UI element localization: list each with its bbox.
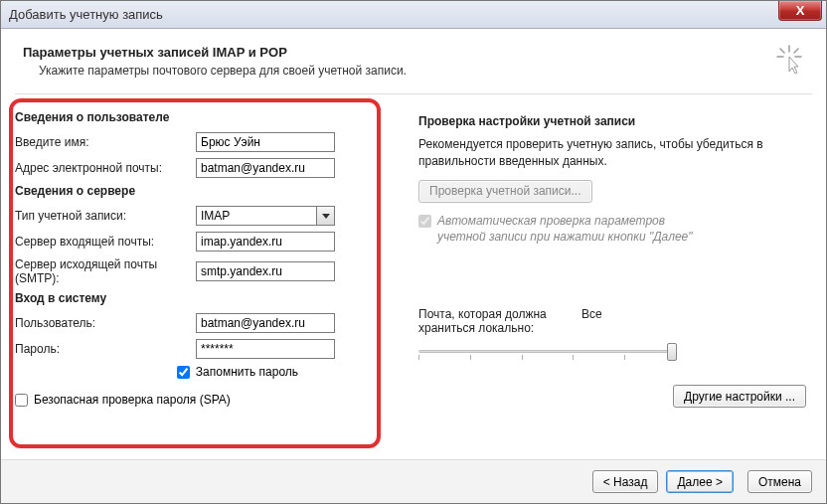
incoming-server-label: Сервер входящей почты: (15, 235, 196, 249)
slider-thumb[interactable] (667, 343, 677, 361)
outgoing-server-input[interactable] (196, 261, 335, 281)
header-title: Параметры учетных записей IMAP и POP (23, 45, 407, 60)
cancel-button[interactable]: Отмена (747, 470, 812, 493)
back-button[interactable]: < Назад (592, 470, 659, 493)
right-pane: Проверка настройки учетной записи Рекоме… (401, 104, 812, 461)
name-label: Введите имя: (15, 135, 196, 149)
account-type-value: IMAP (201, 209, 230, 223)
svg-line-3 (780, 49, 784, 53)
account-type-select[interactable]: IMAP (196, 206, 335, 226)
email-label: Адрес электронной почты: (15, 161, 196, 175)
close-icon: X (796, 3, 805, 18)
svg-line-4 (794, 49, 798, 53)
other-settings-button[interactable]: Другие настройки ... (673, 385, 806, 408)
spa-checkbox[interactable] (15, 394, 28, 407)
auto-test-label: Автоматическая проверка параметров учетн… (437, 213, 696, 247)
username-input[interactable] (196, 313, 335, 333)
dialog-footer: < Назад Далее > Отмена (1, 459, 826, 503)
header-subtitle: Укажите параметры почтового сервера для … (39, 64, 407, 78)
login-heading: Вход в систему (15, 291, 381, 305)
remember-password-label: Запомнить пароль (196, 365, 298, 379)
email-input[interactable] (196, 158, 335, 178)
password-label: Пароль: (15, 342, 196, 356)
name-input[interactable] (196, 132, 335, 152)
next-button[interactable]: Далее > (666, 470, 734, 493)
window-title: Добавить учетную запись (9, 7, 163, 22)
account-type-label: Тип учетной записи: (15, 209, 196, 223)
titlebar: Добавить учетную запись X (1, 1, 826, 29)
username-label: Пользователь: (15, 316, 196, 330)
auto-test-checkbox[interactable] (418, 215, 431, 228)
storage-slider[interactable] (418, 341, 677, 365)
test-hint: Рекомендуется проверить учетную запись, … (418, 136, 806, 170)
spa-label: Безопасная проверка пароля (SPA) (34, 393, 231, 407)
storage-value: Все (581, 307, 602, 335)
storage-label: Почта, которая должна храниться локально… (418, 307, 568, 335)
slider-ticks (418, 355, 677, 360)
test-account-button[interactable]: Проверка учетной записи... (418, 180, 592, 203)
incoming-server-input[interactable] (196, 232, 335, 252)
slider-track (418, 350, 677, 353)
test-heading: Проверка настройки учетной записи (418, 114, 806, 128)
user-info-heading: Сведения о пользователе (15, 110, 381, 124)
remember-password-checkbox[interactable] (177, 366, 190, 379)
outgoing-server-label: Сервер исходящей почты (SMTP): (15, 257, 196, 285)
dialog-header: Параметры учетных записей IMAP и POP Ука… (15, 39, 812, 89)
add-account-dialog: Добавить учетную запись X Параметры учет… (0, 0, 827, 504)
password-input[interactable] (196, 339, 335, 359)
cursor-icon (776, 45, 802, 75)
close-button[interactable]: X (778, 1, 822, 21)
chevron-down-icon (316, 207, 334, 225)
left-pane: Сведения о пользователе Введите имя: Адр… (15, 104, 381, 461)
server-info-heading: Сведения о сервере (15, 184, 381, 198)
